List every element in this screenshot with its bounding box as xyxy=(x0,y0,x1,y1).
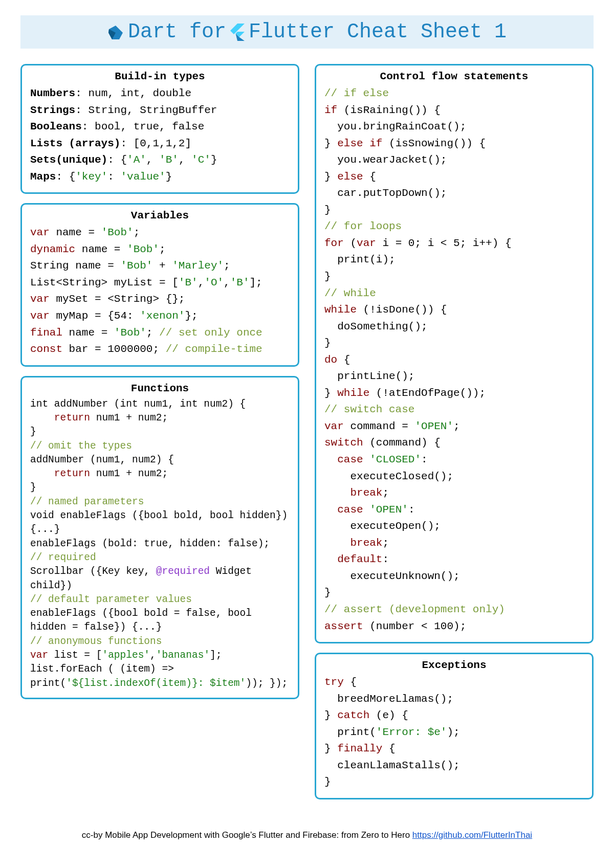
box-body: var name = 'Bob';dynamic name = 'Bob';St… xyxy=(30,225,290,358)
code-line: const bar = 1000000; // compile-time xyxy=(30,341,290,358)
code-line: } else if (isSnowing()) { xyxy=(324,136,584,152)
dart-icon xyxy=(107,24,124,40)
code-line: } xyxy=(324,774,584,791)
code-line: } xyxy=(324,202,584,219)
code-line: var name = 'Bob'; xyxy=(30,225,290,241)
code-line: return num1 + num2; xyxy=(30,411,290,425)
box-body: int addNumber (int num1, int num2) { ret… xyxy=(30,397,290,691)
code-line: while (!isDone()) { xyxy=(324,302,584,319)
code-line: print(i); xyxy=(324,252,584,269)
code-line: executeClosed(); xyxy=(324,469,584,485)
code-line: addNumber (num1, num2) { xyxy=(30,453,290,467)
code-line: Scrollbar ({Key key, @required Widget ch… xyxy=(30,565,290,593)
code-line: assert (number < 100); xyxy=(324,618,584,635)
code-line: } else { xyxy=(324,169,584,186)
title-banner: Dart for Flutter Cheat Sheet 1 xyxy=(20,15,594,49)
code-line: if (isRaining()) { xyxy=(324,102,584,119)
code-line: // while xyxy=(324,285,584,302)
code-line: doSomething(); xyxy=(324,319,584,336)
code-line: breedMoreLlamas(); xyxy=(324,691,584,708)
code-line: // named parameters xyxy=(30,495,290,509)
code-line: int addNumber (int num1, int num2) { xyxy=(30,397,290,411)
code-line: for (var i = 0; i < 5; i++) { xyxy=(324,235,584,252)
code-line: } xyxy=(324,335,584,352)
box-exceptions: Exceptions try { breedMoreLlamas();} cat… xyxy=(315,653,594,799)
code-line: // required xyxy=(30,551,290,565)
page-title: Dart for Flutter Cheat Sheet 1 xyxy=(107,20,507,43)
title-part-1: Dart for xyxy=(128,20,226,43)
code-line: // anonymous functions xyxy=(30,635,290,649)
box-variables: Variables var name = 'Bob';dynamic name … xyxy=(20,203,299,366)
code-line: switch (command) { xyxy=(324,435,584,452)
code-line: Lists (arrays): [0,1,1,2] xyxy=(30,136,290,152)
code-line: executeUnknown(); xyxy=(324,568,584,585)
code-line: var myMap = {54: 'xenon'}; xyxy=(30,308,290,325)
code-line: case 'CLOSED': xyxy=(324,452,584,469)
code-line: default: xyxy=(324,551,584,568)
code-line: Numbers: num, int, double xyxy=(30,85,290,102)
code-line: enableFlags ({bool bold = false, bool hi… xyxy=(30,607,290,635)
box-body: // if elseif (isRaining()) { you.bringRa… xyxy=(324,85,584,635)
code-line: list.forEach ( (item) => print('${list.i… xyxy=(30,662,290,691)
left-column: Build-in types Numbers: num, int, double… xyxy=(20,64,299,799)
code-line: String name = 'Bob' + 'Marley'; xyxy=(30,258,290,275)
code-line: printLine(); xyxy=(324,368,584,385)
code-line: var command = 'OPEN'; xyxy=(324,418,584,435)
box-functions: Functions int addNumber (int num1, int n… xyxy=(20,376,299,699)
box-title: Variables xyxy=(30,210,290,221)
code-line: } finally { xyxy=(324,741,584,758)
code-line: // if else xyxy=(324,85,584,102)
code-line: // switch case xyxy=(324,402,584,418)
flutter-icon xyxy=(230,24,245,41)
code-line: dynamic name = 'Bob'; xyxy=(30,241,290,258)
box-body: Numbers: num, int, doubleStrings: String… xyxy=(30,85,290,185)
code-line: var list = ['apples','bananas']; xyxy=(30,649,290,662)
code-line: do { xyxy=(324,352,584,369)
code-line: Maps: {'key': 'value'} xyxy=(30,169,290,186)
box-control-flow: Control flow statements // if elseif (is… xyxy=(315,64,594,643)
code-line: break; xyxy=(324,535,584,552)
code-line: void enableFlags ({bool bold, bool hidde… xyxy=(30,509,290,537)
box-builtin-types: Build-in types Numbers: num, int, double… xyxy=(20,64,299,194)
code-line: you.bringRainCoat(); xyxy=(324,119,584,136)
code-line: // assert (development only) xyxy=(324,602,584,618)
footer: cc-by Mobile App Development with Google… xyxy=(20,830,594,840)
code-line: } xyxy=(30,481,290,495)
code-line: return num1 + num2; xyxy=(30,467,290,481)
title-part-2: Flutter Cheat Sheet 1 xyxy=(249,20,507,43)
code-line: print('Error: $e'); xyxy=(324,724,584,741)
code-line: } while (!atEndOfPage()); xyxy=(324,385,584,402)
code-line: Strings: String, StringBuffer xyxy=(30,102,290,119)
code-line: executeOpen(); xyxy=(324,518,584,535)
code-line: } xyxy=(324,585,584,602)
footer-text: cc-by Mobile App Development with Google… xyxy=(82,830,412,840)
box-body: try { breedMoreLlamas();} catch (e) { pr… xyxy=(324,674,584,791)
box-title: Functions xyxy=(30,383,290,394)
columns: Build-in types Numbers: num, int, double… xyxy=(20,64,594,799)
footer-link[interactable]: https://github.com/FlutterInThai xyxy=(412,830,532,840)
box-title: Control flow statements xyxy=(324,71,584,82)
code-line: car.putTopDown(); xyxy=(324,185,584,202)
code-line: // omit the types xyxy=(30,439,290,453)
code-line: enableFlags (bold: true, hidden: false); xyxy=(30,537,290,551)
code-line: // default parameter values xyxy=(30,593,290,607)
code-line: final name = 'Bob'; // set only once xyxy=(30,325,290,342)
code-line: List<String> myList = ['B','O','B']; xyxy=(30,275,290,292)
code-line: var mySet = <String> {}; xyxy=(30,291,290,308)
code-line: } xyxy=(324,269,584,285)
code-line: try { xyxy=(324,674,584,691)
code-line: case 'OPEN': xyxy=(324,502,584,519)
code-line: you.wearJacket(); xyxy=(324,152,584,169)
code-line: Sets(unique): {'A', 'B', 'C'} xyxy=(30,152,290,169)
code-line: } xyxy=(30,425,290,439)
code-line: Booleans: bool, true, false xyxy=(30,119,290,136)
code-line: } catch (e) { xyxy=(324,707,584,724)
right-column: Control flow statements // if elseif (is… xyxy=(315,64,594,799)
code-line: // for loops xyxy=(324,218,584,235)
code-line: cleanLlamaStalls(); xyxy=(324,758,584,774)
code-line: break; xyxy=(324,485,584,502)
box-title: Exceptions xyxy=(324,659,584,671)
box-title: Build-in types xyxy=(30,71,290,82)
